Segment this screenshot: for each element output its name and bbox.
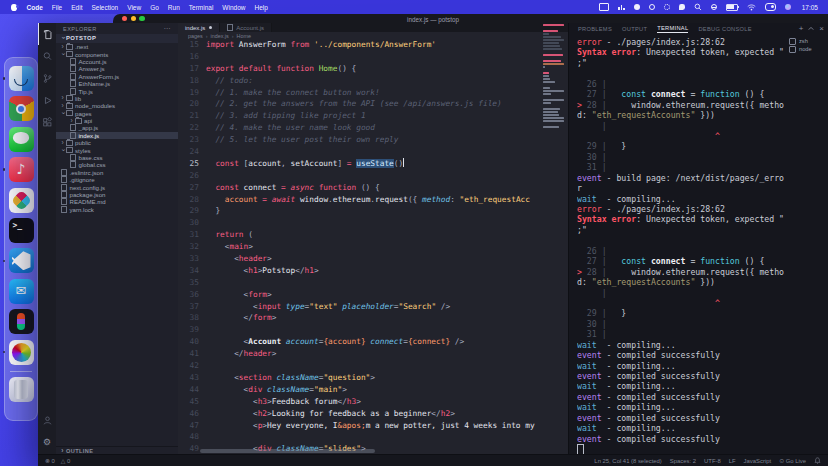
clock[interactable]: 17:05: [802, 4, 818, 11]
window-titlebar[interactable]: [113, 14, 828, 23]
menu-code[interactable]: Code: [27, 4, 43, 11]
tab-index.js[interactable]: index.js: [178, 23, 220, 32]
control-strip-icon[interactable]: [664, 4, 670, 10]
views-more-actions-icon[interactable]: ⋯: [164, 25, 171, 33]
menu-edit[interactable]: Edit: [71, 4, 82, 11]
breadcrumb-item-pages[interactable]: pages: [188, 33, 203, 39]
close-window-button[interactable]: [122, 16, 127, 21]
terminal-output[interactable]: error - ./pages/index.js:28:62Syntax err…: [577, 37, 784, 455]
breadcrumb-item-index.js[interactable]: index.js: [210, 33, 228, 39]
bell-icon[interactable]: [814, 457, 821, 465]
status-item[interactable]: UTF-8: [704, 458, 721, 464]
tree-item-Account.js[interactable]: Account.js: [56, 58, 178, 65]
menu-view[interactable]: View: [127, 4, 141, 11]
tree-item-pages[interactable]: ›pages: [56, 110, 178, 117]
activity-extensions-icon[interactable]: [38, 111, 56, 133]
dock-item-figma[interactable]: [9, 309, 34, 334]
menu-help[interactable]: Help: [254, 4, 267, 11]
dock-item-mail[interactable]: [9, 279, 34, 304]
apple-menu-icon[interactable]: [10, 3, 18, 11]
dock-item-photos[interactable]: [9, 340, 34, 365]
problems-indicator[interactable]: ⊗ 0△ 0: [45, 458, 70, 464]
wifi-icon[interactable]: [747, 4, 756, 11]
activity-source-control-icon[interactable]: [38, 67, 56, 89]
status-item[interactable]: Ln 25, Col 41 (8 selected): [594, 458, 661, 464]
zoom-window-button[interactable]: [139, 16, 144, 21]
moon-icon[interactable]: [634, 4, 640, 10]
dock-item-finder[interactable]: [9, 66, 34, 91]
tree-item-base.css[interactable]: base.css: [56, 154, 178, 161]
record-icon[interactable]: [649, 4, 655, 10]
tree-item-api[interactable]: ›api: [56, 117, 178, 124]
panel-tab-debug-console[interactable]: DEBUG CONSOLE: [698, 26, 752, 33]
control-center-icon[interactable]: [765, 3, 776, 11]
breadcrumb-item-Home[interactable]: Home: [237, 33, 251, 39]
panel-tab-problems[interactable]: PROBLEMS: [578, 26, 612, 33]
tree-item-.gitignore[interactable]: .gitignore: [56, 176, 178, 183]
status-item[interactable]: LF: [729, 458, 736, 464]
tree-item-README.md[interactable]: README.md: [56, 198, 178, 205]
tab-Account.js[interactable]: Account.js: [220, 23, 272, 32]
tree-item-_app.js[interactable]: _app.js: [56, 124, 178, 131]
account-icon[interactable]: [38, 409, 56, 431]
project-root-folder[interactable]: › POTSTOP: [56, 34, 178, 43]
menu-selection[interactable]: Selection: [91, 4, 118, 11]
dock-item-messages[interactable]: [9, 127, 34, 152]
menu-run[interactable]: Run: [168, 4, 180, 11]
dock-item-trash[interactable]: [9, 377, 34, 402]
dock-item-music[interactable]: [9, 157, 34, 182]
menu-file[interactable]: File: [52, 4, 62, 11]
status-item[interactable]: JavaScript: [744, 458, 772, 464]
dock-item-terminal[interactable]: [9, 218, 34, 243]
menu-go[interactable]: Go: [150, 4, 159, 11]
warning-icon[interactable]: △ 0: [61, 458, 70, 464]
activity-search-icon[interactable]: [38, 45, 56, 67]
dock-item-chrome[interactable]: [9, 96, 34, 121]
activity-explorer-icon[interactable]: [38, 23, 56, 45]
minimize-window-button[interactable]: [131, 16, 136, 21]
search-icon[interactable]: [694, 3, 702, 11]
menu-window[interactable]: Window: [222, 4, 245, 11]
tree-item-AnswerForm.js[interactable]: AnswerForm.js: [56, 73, 178, 80]
tree-item-yarn.lock[interactable]: yarn.lock: [56, 206, 178, 213]
stats-icon[interactable]: [618, 4, 625, 10]
status-item[interactable]: ⊙ Go Live: [779, 458, 806, 464]
panel-tab-terminal[interactable]: TERMINAL: [657, 25, 688, 33]
status-item[interactable]: Spaces: 2: [670, 458, 696, 464]
scrollbar-thumb[interactable]: [200, 449, 375, 453]
tree-item-EthName.js[interactable]: EthName.js: [56, 80, 178, 87]
code-area[interactable]: 15import AnswerForm from '../components/…: [178, 39, 542, 455]
tree-item-Tip.js[interactable]: Tip.js: [56, 87, 178, 94]
screen-mirroring-icon[interactable]: [599, 3, 609, 11]
tree-item-next.config.js[interactable]: next.config.js: [56, 183, 178, 190]
tree-item-.eslintrc.json[interactable]: .eslintrc.json: [56, 169, 178, 176]
tree-item-components[interactable]: ›components: [56, 50, 178, 57]
dock-item-slack[interactable]: [9, 188, 34, 213]
tree-item-styles[interactable]: ›styles: [56, 146, 178, 153]
tree-item-node_modules[interactable]: ›node_modules: [56, 102, 178, 109]
panel-maximize-icon[interactable]: [808, 25, 814, 33]
tree-item-Answer.js[interactable]: Answer.js: [56, 65, 178, 72]
activity-run-debug-icon[interactable]: [38, 89, 56, 111]
new-terminal-icon[interactable]: +: [799, 25, 804, 33]
tree-item-lib[interactable]: ›lib: [56, 95, 178, 102]
tree-item-index.js[interactable]: index.js: [56, 132, 178, 139]
battery-icon[interactable]: [726, 4, 738, 11]
tree-item-public[interactable]: ›public: [56, 139, 178, 146]
dnd-icon[interactable]: [711, 4, 717, 10]
tree-item-package.json[interactable]: package.json: [56, 191, 178, 198]
dock-item-vscode[interactable]: [9, 248, 34, 273]
minimap[interactable]: [543, 24, 565, 129]
terminal-session-zsh[interactable]: zsh: [785, 37, 827, 45]
chat-icon[interactable]: [679, 4, 685, 10]
panel-tab-output[interactable]: OUTPUT: [622, 26, 647, 33]
tree-item-.next[interactable]: ›.next: [56, 43, 178, 50]
siri-icon[interactable]: [785, 4, 791, 10]
settings-gear-icon[interactable]: ⚙: [38, 431, 56, 453]
menu-terminal[interactable]: Terminal: [189, 4, 214, 11]
tree-item-global.css[interactable]: global.css: [56, 161, 178, 168]
breadcrumb[interactable]: pages›index.js›Home: [178, 32, 568, 39]
error-icon[interactable]: ⊗ 0: [45, 458, 55, 464]
terminal-session-node[interactable]: node: [785, 45, 827, 53]
close-panel-icon[interactable]: ×: [819, 25, 824, 33]
